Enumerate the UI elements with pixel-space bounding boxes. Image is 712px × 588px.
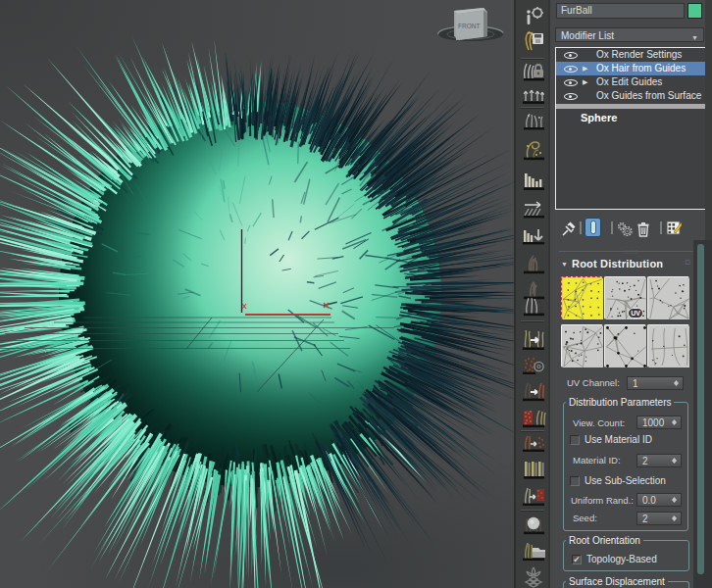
svg-text:FRONT: FRONT xyxy=(458,23,480,29)
